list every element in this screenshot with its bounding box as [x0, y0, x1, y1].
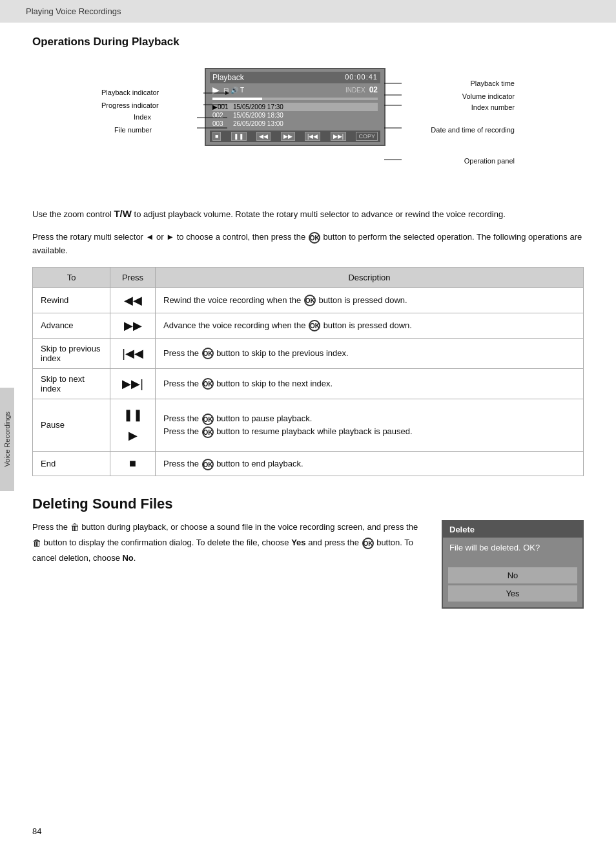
diagram-container: Playback indicator Progress indicator In…: [101, 61, 515, 191]
ok-icon-pause2: OK: [202, 426, 214, 438]
table-header-row: To Press Description: [33, 267, 584, 288]
label-progress-indicator: Progress indicator: [101, 101, 159, 109]
delete-dialog: Delete File will be deleted. OK? No Yes: [442, 520, 584, 609]
table-row: End ■ Press the OK button to end playbac…: [33, 452, 584, 476]
pb-icon-rw: ⊟: [223, 87, 229, 94]
th-to: To: [33, 267, 110, 288]
delete-text: Press the 🗑 button during playback, or c…: [32, 520, 422, 609]
label-playback-indicator: Playback indicator: [101, 89, 159, 96]
label-operation-panel: Operation panel: [464, 157, 515, 165]
td-to-skip-next: Skip to next index: [33, 368, 110, 399]
pb-file-num-2: 002: [212, 112, 228, 119]
pb-op-prev: |◀◀: [305, 132, 320, 141]
td-desc-skip-prev: Press the OK button to skip to the previ…: [156, 338, 584, 368]
pb-op-stop: ■: [212, 132, 221, 141]
label-index-number: Index number: [471, 103, 515, 111]
pb-title: Playback: [212, 73, 244, 82]
section1-heading: Operations During Playback: [32, 36, 584, 48]
side-tab-label: Voice Recordings: [3, 412, 11, 467]
pb-file-num-1: ▶001: [212, 103, 228, 110]
trash-icon-1: 🗑: [70, 520, 79, 536]
desc-text-1: Use the zoom control T/W to adjust playb…: [32, 206, 584, 222]
table-row: Advance ▶▶ Advance the voice recording w…: [33, 313, 584, 338]
table-row: Skip to next index ▶▶| Press the OK butt…: [33, 368, 584, 399]
page-number: 84: [32, 826, 41, 836]
delete-dialog-msg: File will be deleted. OK?: [443, 538, 582, 565]
table-row: Pause ❚❚▶ Press the OK button to pause p…: [33, 399, 584, 452]
td-to-pause: Pause: [33, 399, 110, 452]
td-press-pause: ❚❚▶: [110, 399, 156, 452]
side-tab: Voice Recordings: [0, 388, 14, 491]
ok-icon-advance: OK: [309, 320, 320, 331]
ok-icon-pause1: OK: [202, 414, 214, 425]
pb-icons: ⊟ 🔊 T: [223, 87, 244, 94]
label-file-number: File number: [114, 126, 152, 134]
ok-icon-skip-prev: OK: [202, 348, 214, 359]
pb-row1: ▶ ⊟ 🔊 T INDEX 02: [210, 83, 380, 96]
td-desc-skip-next: Press the OK button to skip to the next …: [156, 368, 584, 399]
pb-copy: COPY: [356, 132, 378, 141]
pb-op-rw: ◀◀: [256, 132, 271, 141]
td-desc-end: Press the OK button to end playback.: [156, 452, 584, 476]
delete-dialog-btn-yes[interactable]: Yes: [448, 585, 577, 602]
pb-progress-bar: [212, 98, 378, 100]
label-index: Index: [134, 113, 151, 121]
table-row: Rewind ◀◀ Rewind the voice recording whe…: [33, 288, 584, 313]
td-press-rewind: ◀◀: [110, 288, 156, 313]
th-press: Press: [110, 267, 156, 288]
pb-file-date-2: 15/05/2009 18:30: [233, 112, 283, 119]
pb-op-next: ▶▶|: [331, 132, 346, 141]
pb-time: 00:00:41: [345, 73, 378, 82]
table-row: Skip to previous index |◀◀ Press the OK …: [33, 338, 584, 368]
pb-play-icon: ▶: [212, 85, 220, 95]
pb-file-row-1: ▶001 15/05/2009 17:30: [212, 103, 378, 111]
td-to-rewind: Rewind: [33, 288, 110, 313]
label-volume-indicator: Volume indicator: [462, 92, 515, 100]
pb-file-date-3: 26/05/2009 13:00: [233, 120, 283, 127]
ok-icon-inline1: OK: [309, 232, 320, 244]
delete-heading: Deleting Sound Files: [32, 496, 584, 512]
ok-icon-rewind: OK: [304, 295, 316, 306]
delete-dialog-btn-no[interactable]: No: [448, 567, 577, 583]
pb-op-ff: ▶▶: [281, 132, 295, 141]
td-to-end: End: [33, 452, 110, 476]
td-press-skip-next: ▶▶|: [110, 368, 156, 399]
td-press-advance: ▶▶: [110, 313, 156, 338]
td-desc-advance: Advance the voice recording when the OK …: [156, 313, 584, 338]
main-content: Operations During Playback Playback indi…: [0, 23, 616, 628]
label-date-time: Date and time of recording: [431, 126, 515, 134]
pb-icon-vol: 🔊: [231, 87, 238, 94]
trash-icon-2: 🗑: [32, 536, 41, 551]
label-playback-time: Playback time: [471, 79, 515, 87]
operations-table: To Press Description Rewind ◀◀ Rewind th…: [32, 267, 584, 477]
ok-icon-end: OK: [202, 459, 214, 470]
pb-file-num-3: 003: [212, 120, 228, 127]
td-press-skip-prev: |◀◀: [110, 338, 156, 368]
pb-icon-t: T: [240, 87, 244, 94]
diagram-area: Playback indicator Progress indicator In…: [32, 61, 584, 191]
pb-progress-fill: [212, 98, 262, 100]
ok-icon-skip-next: OK: [202, 378, 214, 390]
playback-screen: Playback 00:00:41 ▶ ⊟ 🔊 T INDEX 02: [205, 68, 385, 146]
td-desc-pause: Press the OK button to pause playback.Pr…: [156, 399, 584, 452]
pb-file-date-1: 15/05/2009 17:30: [233, 103, 283, 110]
pb-files: ▶001 15/05/2009 17:30 002 15/05/2009 18:…: [210, 101, 380, 129]
delete-section: Deleting Sound Files Press the 🗑 button …: [32, 496, 584, 609]
pb-op-pause: ❚❚: [231, 132, 247, 141]
desc-text-2: Press the rotary multi selector ◄ or ► t…: [32, 231, 584, 258]
td-desc-rewind: Rewind the voice recording when the OK b…: [156, 288, 584, 313]
pb-file-row-2: 002 15/05/2009 18:30: [212, 111, 378, 120]
pb-ops: ■ ❚❚ ◀◀ ▶▶ |◀◀ ▶▶| COPY: [210, 131, 380, 142]
pb-header: Playback 00:00:41: [210, 72, 380, 83]
top-bar: Playing Voice Recordings: [0, 0, 616, 23]
th-desc: Description: [156, 267, 584, 288]
td-press-end: ■: [110, 452, 156, 476]
ok-icon-delete: OK: [362, 538, 374, 549]
top-bar-title: Playing Voice Recordings: [26, 6, 121, 16]
td-to-skip-prev: Skip to previous index: [33, 338, 110, 368]
pb-index-label: INDEX: [345, 87, 365, 94]
page: Playing Voice Recordings Voice Recording…: [0, 0, 616, 849]
pb-file-row-3: 003 26/05/2009 13:00: [212, 120, 378, 128]
delete-content: Press the 🗑 button during playback, or c…: [32, 520, 584, 609]
td-to-advance: Advance: [33, 313, 110, 338]
